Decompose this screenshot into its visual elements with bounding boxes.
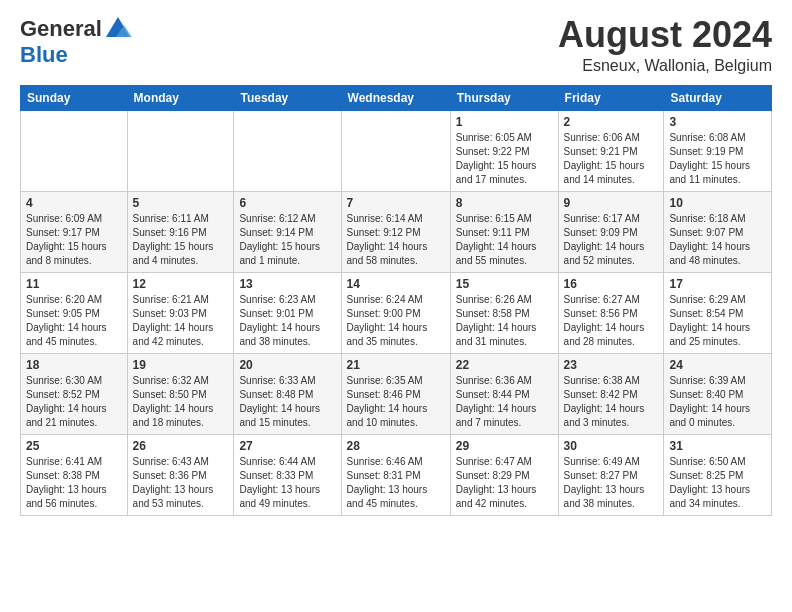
day-number: 2 — [564, 115, 659, 129]
day-number: 27 — [239, 439, 335, 453]
day-number: 19 — [133, 358, 229, 372]
day-number: 21 — [347, 358, 445, 372]
day-cell: 23Sunrise: 6:38 AM Sunset: 8:42 PM Dayli… — [558, 353, 664, 434]
day-number: 5 — [133, 196, 229, 210]
day-info: Sunrise: 6:08 AM Sunset: 9:19 PM Dayligh… — [669, 131, 766, 187]
weekday-header-saturday: Saturday — [664, 85, 772, 110]
week-row-3: 11Sunrise: 6:20 AM Sunset: 9:05 PM Dayli… — [21, 272, 772, 353]
day-cell: 26Sunrise: 6:43 AM Sunset: 8:36 PM Dayli… — [127, 434, 234, 515]
weekday-header-wednesday: Wednesday — [341, 85, 450, 110]
day-cell: 27Sunrise: 6:44 AM Sunset: 8:33 PM Dayli… — [234, 434, 341, 515]
day-number: 30 — [564, 439, 659, 453]
day-cell: 28Sunrise: 6:46 AM Sunset: 8:31 PM Dayli… — [341, 434, 450, 515]
day-number: 12 — [133, 277, 229, 291]
day-info: Sunrise: 6:17 AM Sunset: 9:09 PM Dayligh… — [564, 212, 659, 268]
day-cell: 31Sunrise: 6:50 AM Sunset: 8:25 PM Dayli… — [664, 434, 772, 515]
day-cell — [21, 110, 128, 191]
day-number: 20 — [239, 358, 335, 372]
day-cell: 12Sunrise: 6:21 AM Sunset: 9:03 PM Dayli… — [127, 272, 234, 353]
day-cell: 30Sunrise: 6:49 AM Sunset: 8:27 PM Dayli… — [558, 434, 664, 515]
day-info: Sunrise: 6:50 AM Sunset: 8:25 PM Dayligh… — [669, 455, 766, 511]
day-number: 9 — [564, 196, 659, 210]
day-number: 11 — [26, 277, 122, 291]
day-cell: 18Sunrise: 6:30 AM Sunset: 8:52 PM Dayli… — [21, 353, 128, 434]
day-cell: 16Sunrise: 6:27 AM Sunset: 8:56 PM Dayli… — [558, 272, 664, 353]
day-number: 13 — [239, 277, 335, 291]
day-info: Sunrise: 6:35 AM Sunset: 8:46 PM Dayligh… — [347, 374, 445, 430]
day-number: 4 — [26, 196, 122, 210]
day-info: Sunrise: 6:06 AM Sunset: 9:21 PM Dayligh… — [564, 131, 659, 187]
weekday-header-friday: Friday — [558, 85, 664, 110]
day-cell: 1Sunrise: 6:05 AM Sunset: 9:22 PM Daylig… — [450, 110, 558, 191]
day-cell: 13Sunrise: 6:23 AM Sunset: 9:01 PM Dayli… — [234, 272, 341, 353]
weekday-header-thursday: Thursday — [450, 85, 558, 110]
day-info: Sunrise: 6:24 AM Sunset: 9:00 PM Dayligh… — [347, 293, 445, 349]
day-number: 16 — [564, 277, 659, 291]
day-info: Sunrise: 6:14 AM Sunset: 9:12 PM Dayligh… — [347, 212, 445, 268]
day-info: Sunrise: 6:39 AM Sunset: 8:40 PM Dayligh… — [669, 374, 766, 430]
weekday-header-row: SundayMondayTuesdayWednesdayThursdayFrid… — [21, 85, 772, 110]
day-cell: 5Sunrise: 6:11 AM Sunset: 9:16 PM Daylig… — [127, 191, 234, 272]
day-cell: 24Sunrise: 6:39 AM Sunset: 8:40 PM Dayli… — [664, 353, 772, 434]
day-info: Sunrise: 6:05 AM Sunset: 9:22 PM Dayligh… — [456, 131, 553, 187]
day-info: Sunrise: 6:21 AM Sunset: 9:03 PM Dayligh… — [133, 293, 229, 349]
day-cell: 7Sunrise: 6:14 AM Sunset: 9:12 PM Daylig… — [341, 191, 450, 272]
day-info: Sunrise: 6:15 AM Sunset: 9:11 PM Dayligh… — [456, 212, 553, 268]
day-cell: 10Sunrise: 6:18 AM Sunset: 9:07 PM Dayli… — [664, 191, 772, 272]
title-block: August 2024 Esneux, Wallonia, Belgium — [558, 15, 772, 75]
day-cell: 14Sunrise: 6:24 AM Sunset: 9:00 PM Dayli… — [341, 272, 450, 353]
day-info: Sunrise: 6:26 AM Sunset: 8:58 PM Dayligh… — [456, 293, 553, 349]
day-cell: 19Sunrise: 6:32 AM Sunset: 8:50 PM Dayli… — [127, 353, 234, 434]
day-cell: 20Sunrise: 6:33 AM Sunset: 8:48 PM Dayli… — [234, 353, 341, 434]
header: General Blue August 2024 Esneux, Walloni… — [20, 15, 772, 75]
week-row-2: 4Sunrise: 6:09 AM Sunset: 9:17 PM Daylig… — [21, 191, 772, 272]
day-cell: 15Sunrise: 6:26 AM Sunset: 8:58 PM Dayli… — [450, 272, 558, 353]
day-number: 18 — [26, 358, 122, 372]
week-row-5: 25Sunrise: 6:41 AM Sunset: 8:38 PM Dayli… — [21, 434, 772, 515]
day-info: Sunrise: 6:30 AM Sunset: 8:52 PM Dayligh… — [26, 374, 122, 430]
day-cell: 8Sunrise: 6:15 AM Sunset: 9:11 PM Daylig… — [450, 191, 558, 272]
day-info: Sunrise: 6:43 AM Sunset: 8:36 PM Dayligh… — [133, 455, 229, 511]
day-number: 17 — [669, 277, 766, 291]
day-number: 1 — [456, 115, 553, 129]
day-cell: 22Sunrise: 6:36 AM Sunset: 8:44 PM Dayli… — [450, 353, 558, 434]
weekday-header-sunday: Sunday — [21, 85, 128, 110]
day-number: 6 — [239, 196, 335, 210]
day-cell: 3Sunrise: 6:08 AM Sunset: 9:19 PM Daylig… — [664, 110, 772, 191]
day-cell — [341, 110, 450, 191]
day-number: 26 — [133, 439, 229, 453]
day-info: Sunrise: 6:18 AM Sunset: 9:07 PM Dayligh… — [669, 212, 766, 268]
logo-general: General — [20, 17, 102, 41]
day-info: Sunrise: 6:11 AM Sunset: 9:16 PM Dayligh… — [133, 212, 229, 268]
day-info: Sunrise: 6:32 AM Sunset: 8:50 PM Dayligh… — [133, 374, 229, 430]
day-cell: 2Sunrise: 6:06 AM Sunset: 9:21 PM Daylig… — [558, 110, 664, 191]
day-cell: 9Sunrise: 6:17 AM Sunset: 9:09 PM Daylig… — [558, 191, 664, 272]
day-cell: 29Sunrise: 6:47 AM Sunset: 8:29 PM Dayli… — [450, 434, 558, 515]
logo: General Blue — [20, 15, 132, 67]
day-info: Sunrise: 6:44 AM Sunset: 8:33 PM Dayligh… — [239, 455, 335, 511]
logo-icon — [104, 15, 132, 43]
day-cell: 4Sunrise: 6:09 AM Sunset: 9:17 PM Daylig… — [21, 191, 128, 272]
day-info: Sunrise: 6:09 AM Sunset: 9:17 PM Dayligh… — [26, 212, 122, 268]
day-info: Sunrise: 6:36 AM Sunset: 8:44 PM Dayligh… — [456, 374, 553, 430]
day-cell: 17Sunrise: 6:29 AM Sunset: 8:54 PM Dayli… — [664, 272, 772, 353]
day-number: 8 — [456, 196, 553, 210]
day-info: Sunrise: 6:46 AM Sunset: 8:31 PM Dayligh… — [347, 455, 445, 511]
weekday-header-monday: Monday — [127, 85, 234, 110]
day-info: Sunrise: 6:29 AM Sunset: 8:54 PM Dayligh… — [669, 293, 766, 349]
day-info: Sunrise: 6:20 AM Sunset: 9:05 PM Dayligh… — [26, 293, 122, 349]
day-info: Sunrise: 6:23 AM Sunset: 9:01 PM Dayligh… — [239, 293, 335, 349]
day-cell: 21Sunrise: 6:35 AM Sunset: 8:46 PM Dayli… — [341, 353, 450, 434]
weekday-header-tuesday: Tuesday — [234, 85, 341, 110]
day-cell — [234, 110, 341, 191]
page: General Blue August 2024 Esneux, Walloni… — [0, 0, 792, 612]
day-number: 29 — [456, 439, 553, 453]
day-number: 23 — [564, 358, 659, 372]
day-info: Sunrise: 6:33 AM Sunset: 8:48 PM Dayligh… — [239, 374, 335, 430]
logo-blue: Blue — [20, 43, 132, 67]
day-info: Sunrise: 6:38 AM Sunset: 8:42 PM Dayligh… — [564, 374, 659, 430]
calendar-table: SundayMondayTuesdayWednesdayThursdayFrid… — [20, 85, 772, 516]
day-number: 31 — [669, 439, 766, 453]
day-number: 22 — [456, 358, 553, 372]
day-number: 24 — [669, 358, 766, 372]
